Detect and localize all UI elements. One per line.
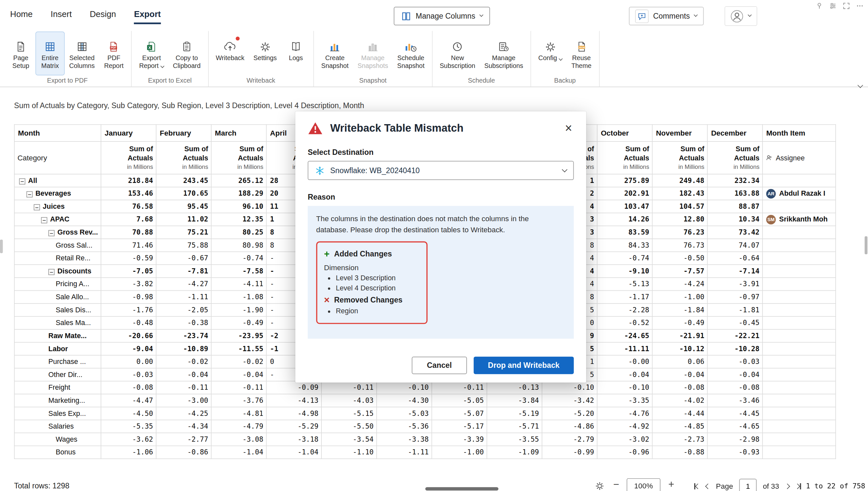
matrix-cell[interactable]: -5.05 <box>432 394 487 407</box>
matrix-cell[interactable]: -0.97 <box>707 290 762 304</box>
row-label-sales-exp[interactable]: Sales Exp... <box>15 407 101 420</box>
matrix-cell[interactable]: -0.03 <box>101 368 156 381</box>
ribbon-button-selected-columns[interactable]: SelectedColumns <box>65 32 99 75</box>
matrix-cell[interactable]: -0.04 <box>211 368 267 381</box>
matrix-cell[interactable]: -1.11 <box>377 446 432 459</box>
ribbon-button-reuse-theme[interactable]: JSONReuseTheme <box>568 32 596 75</box>
matrix-cell[interactable]: -0.93 <box>707 446 762 459</box>
ribbon-button-manage-snapshots[interactable]: ManageSnapshots <box>353 32 392 75</box>
row-label-sales-ma[interactable]: Sales Ma... <box>15 317 101 329</box>
ribbon-button-create-snapshot[interactable]: CreateSnapshot <box>317 32 352 75</box>
matrix-cell[interactable]: -2.73 <box>653 433 707 446</box>
matrix-cell[interactable]: 76.73 <box>653 239 707 252</box>
matrix-cell[interactable]: -1.00 <box>653 290 707 304</box>
row-label-retail-re[interactable]: Retail Re... <box>15 252 101 265</box>
matrix-cell[interactable]: -10.89 <box>156 342 211 355</box>
collapse-icon[interactable]: − <box>41 217 47 224</box>
matrix-cell[interactable]: -3.62 <box>101 433 156 446</box>
filter-icon[interactable] <box>829 2 836 9</box>
ribbon-button-writeback[interactable]: Writeback <box>212 32 248 75</box>
matrix-cell[interactable]: 202.91 <box>597 187 653 200</box>
assignee-cell[interactable] <box>762 329 836 342</box>
matrix-cell[interactable]: -5.35 <box>101 420 156 433</box>
matrix-cell[interactable]: -7.05 <box>101 265 156 278</box>
row-label-apac[interactable]: −APAC <box>15 213 101 226</box>
row-label-gross-rev[interactable]: −Gross Rev... <box>15 226 101 239</box>
matrix-cell[interactable]: -10.28 <box>707 342 762 355</box>
matrix-cell[interactable]: -0.02 <box>211 355 267 368</box>
assignee-cell[interactable] <box>762 317 836 329</box>
matrix-cell[interactable]: 275.89 <box>597 174 653 187</box>
matrix-cell[interactable]: -1.11 <box>156 290 211 304</box>
matrix-cell[interactable]: 80.98 <box>211 239 267 252</box>
matrix-cell[interactable]: -0.64 <box>707 252 762 265</box>
row-label-gross-sal[interactable]: Gross Sal... <box>15 239 101 252</box>
matrix-cell[interactable]: -3.91 <box>707 278 762 291</box>
assignee-cell[interactable] <box>762 420 836 433</box>
matrix-cell[interactable]: -4.92 <box>597 420 653 433</box>
assignee-cell[interactable] <box>762 290 836 304</box>
matrix-cell[interactable]: -1.10 <box>321 446 377 459</box>
matrix-cell[interactable]: -0.08 <box>653 381 707 394</box>
matrix-cell[interactable]: -0.09 <box>266 381 321 394</box>
matrix-cell[interactable]: -22.21 <box>707 329 762 342</box>
ribbon-button-settings[interactable]: Settings <box>250 32 281 75</box>
assignee-cell[interactable]: ARAbdul Razak I <box>762 187 836 200</box>
matrix-cell[interactable]: -21.91 <box>653 329 707 342</box>
cancel-button[interactable]: Cancel <box>412 357 467 374</box>
matrix-cell[interactable]: -0.00 <box>597 355 653 368</box>
horizontal-scrollbar-thumb[interactable] <box>425 487 498 490</box>
matrix-cell[interactable]: -0.88 <box>653 446 707 459</box>
matrix-cell[interactable]: -4.86 <box>542 420 597 433</box>
matrix-cell[interactable]: 249.48 <box>653 174 707 187</box>
matrix-cell[interactable]: -3.00 <box>156 394 211 407</box>
matrix-cell[interactable]: 70.88 <box>101 226 156 239</box>
row-label-other-dir[interactable]: Other Dir... <box>15 368 101 381</box>
matrix-cell[interactable]: -11.11 <box>597 342 653 355</box>
matrix-cell[interactable]: -3.39 <box>432 433 487 446</box>
pin-icon[interactable] <box>816 2 823 9</box>
tab-insert[interactable]: Insert <box>51 9 72 24</box>
matrix-cell[interactable]: -4.25 <box>156 407 211 420</box>
matrix-cell[interactable]: -5.20 <box>542 407 597 420</box>
matrix-cell[interactable]: 75.88 <box>156 239 211 252</box>
matrix-cell[interactable]: -0.99 <box>542 446 597 459</box>
collapse-icon[interactable]: − <box>48 269 55 276</box>
matrix-cell[interactable]: -5.03 <box>377 407 432 420</box>
assignee-cell[interactable] <box>762 265 836 278</box>
matrix-cell[interactable]: -4.30 <box>377 394 432 407</box>
ribbon-button-entire-matrix[interactable]: EntireMatrix <box>36 32 64 75</box>
focus-mode-icon[interactable] <box>843 2 850 9</box>
row-label-bonus[interactable]: Bonus <box>15 446 101 459</box>
matrix-cell[interactable]: -2.79 <box>542 433 597 446</box>
matrix-cell[interactable]: -3.18 <box>266 433 321 446</box>
matrix-cell[interactable]: -3.02 <box>597 433 653 446</box>
assignee-cell[interactable] <box>762 446 836 459</box>
row-label-beverages[interactable]: −Beverages <box>15 187 101 200</box>
matrix-cell[interactable]: 218.84 <box>101 174 156 187</box>
row-label-pricing-a[interactable]: Pricing A... <box>15 278 101 291</box>
ribbon-collapse-button[interactable] <box>859 79 862 89</box>
matrix-cell[interactable]: -3.76 <box>211 394 267 407</box>
zoom-in-button[interactable]: + <box>668 479 674 490</box>
matrix-cell[interactable]: -0.59 <box>101 252 156 265</box>
matrix-cell[interactable]: 75.21 <box>156 226 211 239</box>
more-options-icon[interactable] <box>856 2 863 9</box>
matrix-cell[interactable]: 7.68 <box>101 213 156 226</box>
assignee-cell[interactable] <box>762 239 836 252</box>
table-settings-gear-icon[interactable] <box>595 482 604 491</box>
matrix-cell[interactable]: -0.45 <box>707 317 762 329</box>
matrix-cell[interactable]: -3.54 <box>321 433 377 446</box>
matrix-cell[interactable]: 12.80 <box>653 213 707 226</box>
zoom-level[interactable]: 100% <box>627 478 660 491</box>
matrix-cell[interactable]: 11.02 <box>156 213 211 226</box>
matrix-cell[interactable]: 74.07 <box>707 239 762 252</box>
matrix-cell[interactable]: 76.58 <box>101 200 156 213</box>
matrix-cell[interactable]: -0.08 <box>707 381 762 394</box>
matrix-cell[interactable]: -0.04 <box>156 368 211 381</box>
matrix-cell[interactable]: -0.11 <box>321 381 377 394</box>
assignee-cell[interactable] <box>762 355 836 368</box>
matrix-cell[interactable]: -4.44 <box>653 407 707 420</box>
matrix-cell[interactable]: 265.12 <box>211 174 267 187</box>
ribbon-button-new-subscription[interactable]: NewSubscription <box>436 32 479 75</box>
